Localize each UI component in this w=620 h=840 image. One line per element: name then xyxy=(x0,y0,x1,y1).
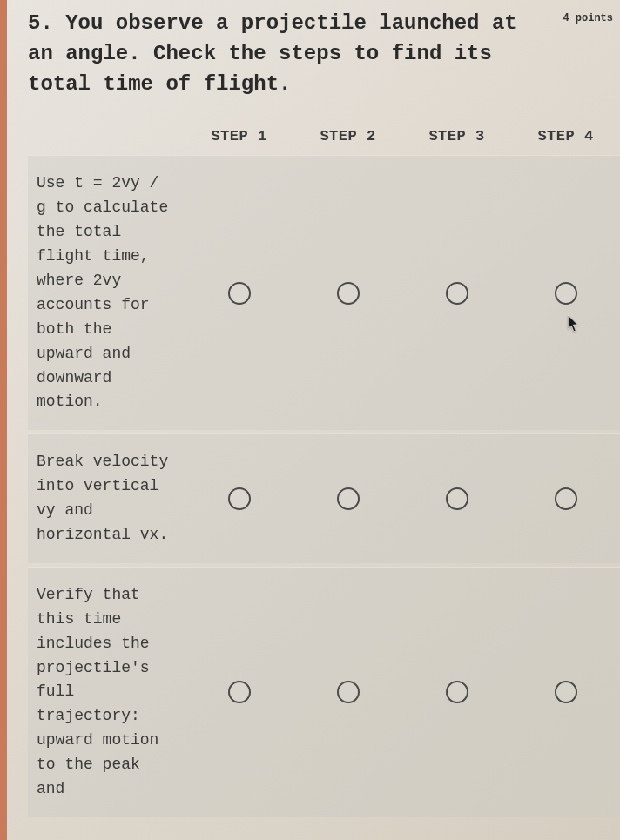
radio-cell-step1 xyxy=(185,681,293,703)
radio-button[interactable] xyxy=(228,282,251,305)
column-header-step1: STEP 1 xyxy=(185,128,293,144)
question-header: 5. You observe a projectile launched at … xyxy=(28,9,620,99)
table-row: Break velocity into vertical vy and hori… xyxy=(28,433,620,563)
column-header-step4: STEP 4 xyxy=(511,128,620,144)
radio-cell-step2 xyxy=(293,282,402,305)
radio-cell-step3 xyxy=(402,487,511,510)
radio-cell-step4 xyxy=(511,487,620,510)
table-row: Use t = 2vy / g to calculate the total f… xyxy=(28,155,620,430)
points-label: 4 points xyxy=(563,9,613,24)
row-label: Verify that this time includes the proje… xyxy=(28,583,185,802)
radio-button[interactable] xyxy=(337,487,360,510)
radio-button[interactable] xyxy=(555,487,577,510)
radio-button[interactable] xyxy=(228,487,251,510)
radio-cell-step1 xyxy=(185,487,293,510)
radio-button[interactable] xyxy=(337,282,360,305)
radio-cell-step1 xyxy=(185,282,293,305)
column-headers: STEP 1 STEP 2 STEP 3 STEP 4 xyxy=(28,121,620,155)
row-label: Use t = 2vy / g to calculate the total f… xyxy=(28,171,185,414)
question-container: 5. You observe a projectile launched at … xyxy=(10,0,620,817)
step-matrix-table: STEP 1 STEP 2 STEP 3 STEP 4 Use t = 2vy … xyxy=(28,121,620,816)
column-header-step2: STEP 2 xyxy=(293,128,402,144)
mouse-cursor-icon xyxy=(568,315,580,333)
radio-cell-step3 xyxy=(402,681,511,703)
radio-cell-step2 xyxy=(293,681,402,703)
question-text: 5. You observe a projectile launched at … xyxy=(28,9,563,99)
radio-button[interactable] xyxy=(337,681,360,703)
column-spacer xyxy=(28,128,185,144)
radio-cell-step4 xyxy=(511,681,620,703)
radio-button[interactable] xyxy=(446,681,468,703)
radio-button[interactable] xyxy=(555,681,577,703)
radio-cell-step4 xyxy=(511,282,620,305)
radio-cell-step3 xyxy=(402,282,511,305)
radio-button[interactable] xyxy=(555,282,577,305)
radio-button[interactable] xyxy=(446,487,468,510)
table-row: Verify that this time includes the proje… xyxy=(28,567,620,817)
column-header-step3: STEP 3 xyxy=(402,128,511,144)
radio-cell-step2 xyxy=(293,487,402,510)
radio-button[interactable] xyxy=(228,681,251,703)
radio-button[interactable] xyxy=(446,282,468,305)
row-label: Break velocity into vertical vy and hori… xyxy=(28,450,185,548)
